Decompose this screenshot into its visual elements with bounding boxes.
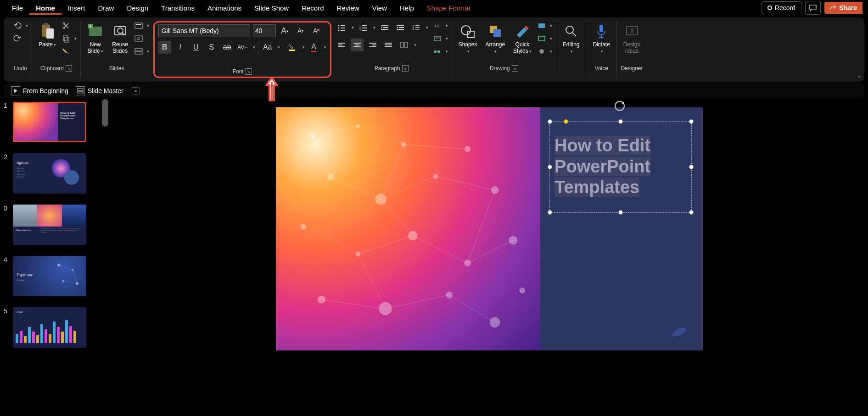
quick-styles-button[interactable]: Quick Styles▾	[510, 21, 534, 56]
menu-draw[interactable]: Draw	[91, 1, 120, 15]
record-button[interactable]: Record	[762, 1, 801, 14]
undo-dropdown[interactable]: ▾	[26, 23, 28, 28]
align-left-button[interactable]	[335, 39, 348, 51]
editing-button[interactable]: Editing▾	[560, 21, 582, 56]
title-text[interactable]: How to Edit PowerPoint Templates	[550, 122, 691, 203]
font-color-button[interactable]: A	[308, 41, 320, 54]
arrange-button[interactable]: Arrange▾	[482, 21, 508, 56]
underline-button[interactable]: U	[190, 41, 202, 54]
smartart-dropdown[interactable]: ▾	[446, 49, 448, 54]
shape-effects-dropdown[interactable]: ▾	[550, 49, 552, 54]
smartart-button[interactable]	[433, 47, 442, 56]
redo-button[interactable]	[13, 34, 22, 43]
highlight-dropdown[interactable]: ▾	[302, 45, 305, 50]
slide-master-button[interactable]: Slide Master	[76, 86, 123, 95]
text-direction-dropdown[interactable]: ▾	[446, 23, 448, 28]
font-name-input[interactable]	[158, 24, 250, 37]
shape-effects-button[interactable]	[537, 47, 546, 56]
line-spacing-dropdown[interactable]: ▾	[426, 25, 428, 30]
paste-button[interactable]: Paste▾	[36, 21, 59, 50]
from-beginning-button[interactable]: From Beginning	[11, 86, 68, 95]
clear-formatting-button[interactable]: A	[310, 24, 323, 37]
text-direction-button[interactable]: ↕A	[433, 21, 442, 30]
cut-button[interactable]	[62, 21, 71, 30]
section-dropdown[interactable]: ▾	[147, 49, 149, 54]
menu-slideshow[interactable]: Slide Show	[248, 1, 295, 15]
reset-button[interactable]	[134, 34, 143, 43]
columns-button[interactable]	[398, 39, 410, 51]
menu-transitions[interactable]: Transitions	[155, 1, 201, 15]
numbering-button[interactable]: 123	[357, 21, 370, 34]
align-text-dropdown[interactable]: ▾	[446, 36, 448, 41]
menu-design[interactable]: Design	[120, 1, 155, 15]
rotate-handle[interactable]	[613, 99, 627, 113]
menu-home[interactable]: Home	[29, 1, 62, 15]
design-ideas-button[interactable]: Design Ideas	[621, 21, 643, 56]
shape-fill-dropdown[interactable]: ▾	[550, 23, 552, 28]
current-slide[interactable]: How to Edit PowerPoint Templates	[276, 107, 703, 350]
font-launcher[interactable]: ↘	[246, 68, 252, 75]
italic-button[interactable]: I	[174, 41, 187, 54]
change-case-button[interactable]: Aa	[261, 41, 274, 54]
copy-dropdown[interactable]: ▾	[74, 36, 77, 41]
strikethrough-button[interactable]: ab	[221, 41, 234, 54]
shapes-button[interactable]: Shapes▾	[456, 21, 480, 56]
section-button[interactable]	[134, 47, 143, 56]
font-color-dropdown[interactable]: ▾	[324, 45, 326, 50]
share-button[interactable]: Share	[824, 2, 862, 14]
format-painter-button[interactable]	[62, 47, 71, 56]
dictate-button[interactable]: Dictate▾	[590, 21, 612, 56]
highlight-button[interactable]	[286, 41, 299, 54]
clipboard-launcher[interactable]: ↘	[66, 65, 72, 72]
scrollbar-thumb[interactable]	[102, 99, 108, 127]
copy-button[interactable]	[62, 34, 71, 43]
menu-insert[interactable]: Insert	[62, 1, 92, 15]
decrease-indent-button[interactable]	[378, 21, 391, 34]
shape-fill-button[interactable]	[537, 21, 546, 30]
bullets-button[interactable]	[335, 21, 348, 34]
line-spacing-button[interactable]	[409, 21, 422, 34]
new-slide-button[interactable]: New Slide▾	[84, 21, 106, 56]
thumbnail-5[interactable]: Chart	[13, 307, 86, 348]
menu-shape-format[interactable]: Shape Format	[420, 1, 477, 15]
bold-button[interactable]: B	[158, 41, 171, 54]
reuse-slides-button[interactable]: Reuse Slides	[109, 21, 131, 56]
char-spacing-button[interactable]: AV↔	[236, 41, 249, 54]
align-text-button[interactable]	[433, 34, 442, 43]
align-right-button[interactable]	[366, 39, 379, 51]
char-spacing-dropdown[interactable]: ▾	[253, 45, 255, 50]
change-case-dropdown[interactable]: ▾	[278, 45, 280, 50]
menu-animations[interactable]: Animations	[201, 1, 248, 15]
thumbnail-4[interactable]: Topic one Subtitle	[13, 256, 86, 296]
align-center-button[interactable]	[351, 39, 364, 51]
menu-file[interactable]: File	[6, 1, 29, 15]
justify-button[interactable]	[382, 39, 395, 51]
layout-dropdown[interactable]: ▾	[147, 23, 149, 28]
title-textbox[interactable]: How to Edit PowerPoint Templates	[549, 121, 692, 213]
decrease-font-button[interactable]: A▾	[294, 24, 307, 37]
increase-font-button[interactable]: A▴	[279, 24, 291, 37]
thumbnail-1[interactable]: How to Edit PowerPoint Templates	[13, 102, 86, 142]
collapse-ribbon-button[interactable]: ⌄	[857, 72, 862, 79]
menu-review[interactable]: Review	[330, 1, 366, 15]
thumbnail-3[interactable]: Introduction With PowerPoint, you can cr…	[13, 205, 86, 245]
increase-indent-button[interactable]	[394, 21, 407, 34]
bullets-dropdown[interactable]: ▾	[352, 25, 354, 30]
thumbnail-2[interactable]: Agenda Topic oneTopic twoTopic threeTopi…	[13, 153, 86, 194]
layout-button[interactable]	[134, 21, 143, 30]
qat-customize[interactable]: ≡	[132, 87, 140, 94]
menu-view[interactable]: View	[366, 1, 393, 15]
shadow-button[interactable]: S	[205, 41, 218, 54]
slide-editor[interactable]: How to Edit PowerPoint Templates	[110, 98, 868, 416]
shape-outline-button[interactable]	[537, 34, 546, 43]
columns-dropdown[interactable]: ▾	[414, 43, 416, 47]
menu-record[interactable]: Record	[295, 1, 330, 15]
shape-outline-dropdown[interactable]: ▾	[550, 36, 552, 41]
paragraph-launcher[interactable]: ↘	[402, 65, 409, 72]
menu-help[interactable]: Help	[393, 1, 420, 15]
undo-button[interactable]	[13, 21, 22, 30]
comments-button[interactable]	[805, 1, 821, 15]
font-size-input[interactable]	[253, 24, 276, 37]
numbering-dropdown[interactable]: ▾	[373, 25, 375, 30]
drawing-launcher[interactable]: ↘	[512, 65, 518, 72]
